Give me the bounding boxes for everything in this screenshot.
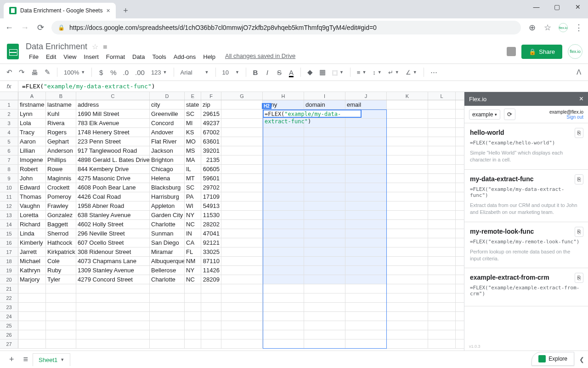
cell[interactable] — [263, 220, 304, 229]
cell[interactable]: 783 Elk Avenue — [76, 119, 150, 127]
select-all-corner[interactable] — [0, 92, 18, 100]
cell[interactable] — [387, 174, 428, 183]
cell[interactable] — [150, 330, 185, 339]
number-format-select[interactable]: 123▼ — [149, 68, 169, 77]
cell[interactable] — [263, 174, 304, 183]
bold-button[interactable]: B — [251, 67, 260, 78]
cell[interactable]: San Diego — [150, 238, 185, 247]
menu-tools[interactable]: Tools — [149, 52, 169, 61]
cell[interactable] — [201, 339, 221, 348]
cell[interactable]: Concord — [150, 119, 185, 127]
panel-function-item[interactable]: hello-world=FLEX("example/hello-world")S… — [464, 123, 588, 170]
cell[interactable] — [387, 137, 428, 146]
cell[interactable]: Charlotte — [150, 275, 185, 284]
cell[interactable]: 87110 — [201, 257, 221, 265]
cell[interactable] — [428, 146, 456, 155]
cell[interactable]: Rivera — [46, 119, 76, 127]
cell[interactable] — [345, 155, 387, 164]
cell[interactable]: 2135 — [201, 155, 221, 164]
cell[interactable]: Pomeroy — [46, 192, 76, 201]
cell[interactable] — [221, 165, 263, 173]
cell[interactable]: Linda — [18, 229, 46, 238]
cell[interactable] — [263, 303, 304, 311]
cell[interactable]: Hathcock — [46, 238, 76, 247]
cell[interactable]: 63601 — [201, 137, 221, 146]
row-header[interactable]: 22 — [0, 293, 18, 302]
col-header-A[interactable]: A — [18, 92, 46, 100]
cell[interactable] — [221, 257, 263, 265]
panel-signout-link[interactable]: Sign out — [566, 115, 583, 120]
menu-file[interactable]: File — [26, 52, 42, 61]
cell[interactable]: NM — [185, 257, 201, 265]
cell[interactable]: Crockett — [46, 183, 76, 192]
cell[interactable] — [345, 119, 387, 127]
cell[interactable]: Baggett — [46, 220, 76, 229]
reload-button[interactable]: ⟳ — [36, 23, 45, 33]
cell[interactable]: 67002 — [201, 128, 221, 137]
tab-close-icon[interactable]: × — [106, 7, 110, 14]
cell[interactable] — [76, 293, 150, 302]
cell[interactable] — [18, 339, 46, 348]
menu-edit[interactable]: Edit — [43, 52, 59, 61]
halign-button[interactable]: ≡▼ — [355, 68, 368, 77]
cell[interactable]: Anderson — [46, 146, 76, 155]
cell[interactable] — [387, 339, 428, 348]
cell[interactable] — [263, 293, 304, 302]
cell[interactable] — [345, 257, 387, 265]
cell[interactable] — [185, 284, 201, 293]
rotate-button[interactable]: ∠▼ — [404, 68, 419, 77]
cell[interactable] — [76, 303, 150, 311]
cell[interactable]: Cole — [46, 257, 76, 265]
col-header-B[interactable]: B — [46, 92, 76, 100]
cell[interactable]: Kimberly — [18, 238, 46, 247]
cell[interactable]: Gephart — [46, 137, 76, 146]
fill-color-button[interactable]: ◆ — [305, 66, 315, 78]
cell[interactable]: 4279 Concord Street — [76, 275, 150, 284]
cell[interactable] — [221, 238, 263, 247]
cell[interactable] — [221, 312, 263, 321]
cell[interactable] — [46, 330, 76, 339]
cell[interactable] — [185, 303, 201, 311]
cell[interactable] — [345, 284, 387, 293]
cell[interactable] — [263, 330, 304, 339]
col-header-K[interactable]: K — [387, 92, 428, 100]
cell[interactable] — [428, 330, 456, 339]
copy-icon[interactable]: ⎘ — [575, 128, 583, 138]
cell[interactable] — [428, 220, 456, 229]
window-close[interactable]: ✕ — [567, 0, 588, 14]
row-header[interactable]: 6 — [0, 146, 18, 155]
cell[interactable]: Blacksburg — [150, 183, 185, 192]
menu-view[interactable]: View — [60, 52, 79, 61]
cell[interactable]: Tracy — [18, 128, 46, 137]
decrease-decimal-button[interactable]: .0 — [121, 67, 131, 78]
cell[interactable] — [428, 266, 456, 275]
cell[interactable]: Greenville — [150, 109, 185, 118]
cell[interactable] — [304, 128, 345, 137]
cell[interactable] — [387, 266, 428, 275]
cell[interactable]: Vaughn — [18, 201, 46, 210]
cell[interactable] — [428, 165, 456, 173]
cell[interactable] — [387, 257, 428, 265]
cell[interactable] — [345, 174, 387, 183]
paint-format-button[interactable]: ✎ — [43, 66, 52, 78]
bookmark-star-icon[interactable]: ☆ — [543, 23, 552, 33]
cell[interactable] — [387, 128, 428, 137]
row-header[interactable]: 25 — [0, 321, 18, 330]
sheet-tab[interactable]: Sheet1▼ — [33, 353, 70, 366]
cell[interactable] — [221, 211, 263, 219]
cell[interactable] — [185, 321, 201, 330]
new-tab-button[interactable]: + — [119, 4, 132, 17]
cell[interactable]: address — [76, 100, 150, 109]
cell[interactable]: 1309 Stanley Avenue — [76, 266, 150, 275]
cell[interactable]: 92121 — [201, 238, 221, 247]
cell[interactable] — [221, 330, 263, 339]
cell[interactable] — [304, 303, 345, 311]
cell[interactable]: Helena — [150, 174, 185, 183]
cell[interactable] — [46, 312, 76, 321]
cell[interactable]: 607 Ocello Street — [76, 238, 150, 247]
row-header[interactable]: 5 — [0, 137, 18, 146]
cell[interactable]: Brighton — [150, 155, 185, 164]
cell[interactable]: Andover — [150, 128, 185, 137]
cell[interactable] — [345, 312, 387, 321]
cell[interactable]: NC — [185, 220, 201, 229]
